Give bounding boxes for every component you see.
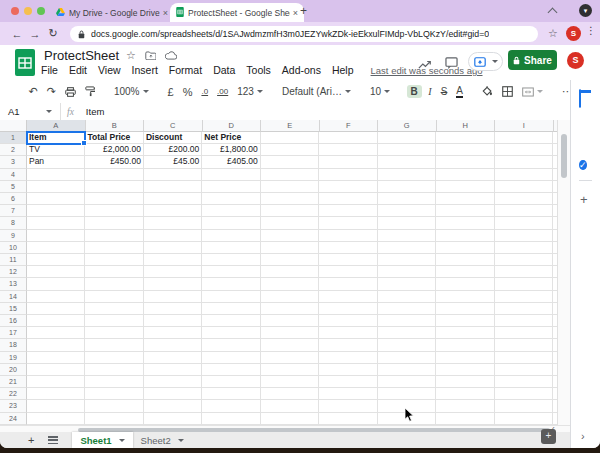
cell-H18[interactable] [436, 339, 494, 351]
row-header-4[interactable]: 4 [0, 169, 27, 181]
cell-A17[interactable] [27, 327, 85, 339]
strikethrough-button[interactable]: S [441, 86, 448, 97]
row-header-1[interactable]: 1 [0, 132, 27, 144]
cell-F17[interactable] [319, 327, 377, 339]
cell-B1[interactable]: Total Price [85, 132, 143, 144]
row-header-7[interactable]: 7 [0, 205, 27, 217]
cell-G1[interactable] [378, 132, 436, 144]
cell-F22[interactable] [319, 388, 377, 400]
cell-F9[interactable] [319, 230, 377, 242]
cell-I21[interactable] [495, 376, 553, 388]
cell-G17[interactable] [378, 327, 436, 339]
cell-A12[interactable] [27, 266, 85, 278]
column-header-C[interactable]: C [144, 120, 203, 132]
cell-I22[interactable] [495, 388, 553, 400]
cell-H17[interactable] [436, 327, 494, 339]
cell-F13[interactable] [319, 278, 377, 290]
tab-close-icon[interactable]: × [163, 8, 168, 18]
cell-I13[interactable] [495, 278, 553, 290]
menu-view[interactable]: View [98, 64, 121, 76]
cell-C21[interactable] [144, 376, 202, 388]
cell-C13[interactable] [144, 278, 202, 290]
cell-I6[interactable] [495, 193, 553, 205]
cell-H20[interactable] [436, 364, 494, 376]
horizontal-scrollbar[interactable]: ‹ › [0, 425, 570, 432]
cell-E9[interactable] [261, 230, 319, 242]
cell-F24[interactable] [319, 413, 377, 425]
cell-A5[interactable] [27, 181, 85, 193]
cell-F3[interactable] [319, 156, 377, 168]
cell-E16[interactable] [261, 315, 319, 327]
cell-E10[interactable] [261, 242, 319, 254]
cell-G9[interactable] [378, 230, 436, 242]
cell-C1[interactable]: Discount [144, 132, 202, 144]
cell-G8[interactable] [378, 217, 436, 229]
cell-I8[interactable] [495, 217, 553, 229]
cell-D24[interactable] [202, 413, 260, 425]
cell-I2[interactable] [495, 144, 553, 156]
cell-H9[interactable] [436, 230, 494, 242]
cell-H11[interactable] [436, 254, 494, 266]
cell-G2[interactable] [378, 144, 436, 156]
cell-B9[interactable] [85, 230, 143, 242]
cell-B14[interactable] [85, 291, 143, 303]
cell-D21[interactable] [202, 376, 260, 388]
cell-H1[interactable] [436, 132, 494, 144]
cell-F6[interactable] [319, 193, 377, 205]
cell-C7[interactable] [144, 205, 202, 217]
bold-button[interactable]: B [407, 85, 422, 98]
format-percent-button[interactable]: % [183, 86, 193, 98]
cell-B23[interactable] [85, 400, 143, 412]
cell-G21[interactable] [378, 376, 436, 388]
cell-D6[interactable] [202, 193, 260, 205]
row-header-23[interactable]: 23 [0, 400, 27, 412]
cell-D19[interactable] [202, 352, 260, 364]
cell-E24[interactable] [261, 413, 319, 425]
cell-A22[interactable] [27, 388, 85, 400]
cell-H5[interactable] [436, 181, 494, 193]
cell-G22[interactable] [378, 388, 436, 400]
cell-A19[interactable] [27, 352, 85, 364]
insights-icon[interactable] [418, 56, 432, 74]
account-avatar[interactable]: S [567, 52, 584, 69]
row-header-6[interactable]: 6 [0, 193, 27, 205]
cell-F1[interactable] [319, 132, 377, 144]
cell-B18[interactable] [85, 339, 143, 351]
cell-A16[interactable] [27, 315, 85, 327]
cell-E21[interactable] [261, 376, 319, 388]
cell-C3[interactable]: £45.00 [144, 156, 202, 168]
cell-F8[interactable] [319, 217, 377, 229]
cell-G20[interactable] [378, 364, 436, 376]
cell-B20[interactable] [85, 364, 143, 376]
present-dropdown-caret[interactable] [492, 60, 498, 63]
cell-A18[interactable] [27, 339, 85, 351]
cell-E11[interactable] [261, 254, 319, 266]
cell-B17[interactable] [85, 327, 143, 339]
vertical-scrollbar[interactable] [557, 120, 570, 425]
cell-F4[interactable] [319, 169, 377, 181]
cell-D20[interactable] [202, 364, 260, 376]
cell-I19[interactable] [495, 352, 553, 364]
cell-F5[interactable] [319, 181, 377, 193]
forward-button[interactable]: → [26, 28, 44, 40]
cell-A14[interactable] [27, 291, 85, 303]
column-header-H[interactable]: H [437, 120, 496, 132]
cell-C10[interactable] [144, 242, 202, 254]
cell-G7[interactable] [378, 205, 436, 217]
cell-F18[interactable] [319, 339, 377, 351]
cell-D16[interactable] [202, 315, 260, 327]
comment-icon[interactable] [445, 55, 458, 73]
cell-D4[interactable] [202, 169, 260, 181]
browser-tab-drive[interactable]: My Drive - Google Drive × [52, 3, 172, 22]
cell-C15[interactable] [144, 303, 202, 315]
menu-file[interactable]: File [41, 64, 58, 76]
cell-H21[interactable] [436, 376, 494, 388]
cell-H2[interactable] [436, 144, 494, 156]
cell-B2[interactable]: £2,000.00 [85, 144, 143, 156]
cell-G19[interactable] [378, 352, 436, 364]
cell-C8[interactable] [144, 217, 202, 229]
column-header-D[interactable]: D [203, 120, 262, 132]
browser-tab-sheets[interactable]: ProtectSheet - Google Sheets × [170, 3, 304, 22]
cell-D13[interactable] [202, 278, 260, 290]
document-title[interactable]: ProtectSheet [44, 48, 119, 63]
